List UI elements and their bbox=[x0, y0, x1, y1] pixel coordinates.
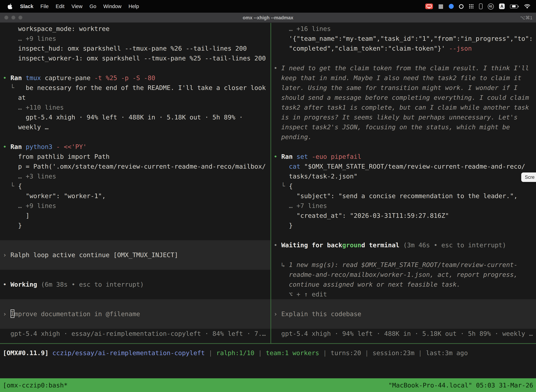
text-segment: › bbox=[274, 310, 281, 317]
text-segment: d terminal bbox=[361, 241, 403, 249]
waiting-status-line: • Waiting for background terminal (3m 46… bbox=[271, 240, 536, 250]
terminal-line: … +110 lines bbox=[0, 103, 270, 112]
text-segment: › bbox=[3, 251, 10, 258]
menu-item-view[interactable]: View bbox=[68, 0, 86, 13]
text-segment: • bbox=[3, 281, 10, 288]
text-segment: › bbox=[3, 310, 10, 317]
text-segment: cat bbox=[274, 163, 304, 170]
terminal-line: "subject": "send a concise recommendatio… bbox=[271, 191, 536, 201]
terminal-line: └ { bbox=[0, 181, 270, 191]
device-phone-icon[interactable] bbox=[479, 4, 483, 9]
terminal-line bbox=[0, 299, 270, 309]
text-segment: (6m 38s • esc to interrupt) bbox=[41, 281, 144, 288]
ring-app-icon[interactable] bbox=[459, 4, 464, 9]
suggestion-prompt-line[interactable]: › Explain this codebase bbox=[271, 309, 536, 319]
menu-item-help[interactable]: Help bbox=[125, 0, 143, 13]
menu-item-go[interactable]: Go bbox=[86, 0, 100, 13]
text-segment: └ bbox=[3, 84, 26, 91]
terminal-line: ] bbox=[0, 211, 270, 221]
text-segment: cczip/essay/ai-reimplementation-copyleft bbox=[53, 349, 205, 356]
terminal-line: later. Using the same for transition mig… bbox=[271, 83, 536, 93]
window-title-bar[interactable]: omx --xhigh --madmax ⌥⌘1 bbox=[0, 13, 536, 23]
window-grid-icon[interactable]: ▦ bbox=[438, 4, 444, 9]
terminal-line bbox=[0, 240, 270, 250]
terminal-line: } bbox=[0, 221, 270, 230]
menu-item-file[interactable]: File bbox=[37, 0, 52, 13]
text-segment: "completed","claim_token":"claim-token"}… bbox=[274, 45, 449, 52]
text-segment: set bbox=[297, 153, 312, 160]
minimize-button[interactable] bbox=[11, 15, 15, 20]
terminal-line: at bbox=[0, 93, 270, 103]
ran-tmux-capture-line: • Ran tmux capture-pane -t %25 -p -S -80 bbox=[0, 73, 270, 83]
text-segment: Working bbox=[10, 281, 41, 288]
text-segment: (3m 46s • esc to interrupt) bbox=[403, 241, 506, 249]
text-segment: tmux bbox=[26, 74, 45, 81]
tmux-pane-right[interactable]: … +16 lines '{"team_name":"my-team","tas… bbox=[271, 23, 536, 343]
terminal-line: … +9 lines bbox=[0, 34, 270, 44]
menu-bar: SlackFileEditViewGoWindowHelp ▦61A bbox=[0, 0, 536, 13]
tmux-host-clock: "MacBook-Pro-44.local" 05:03 31-Mar-26 bbox=[388, 382, 533, 389]
text-segment: continue assigned work or next feasible … bbox=[274, 281, 460, 288]
text-segment: { bbox=[18, 182, 22, 190]
app-launcher-dots-icon[interactable] bbox=[469, 4, 474, 9]
terminal-line bbox=[271, 250, 536, 260]
text-segment: should send a message before completing … bbox=[274, 94, 529, 101]
text-segment: … +9 lines bbox=[3, 202, 56, 209]
menu-item-window[interactable]: Window bbox=[100, 0, 125, 13]
text-segment: pending. bbox=[274, 133, 312, 140]
text-segment: workspace_mode: worktree bbox=[3, 25, 110, 32]
text-segment: … +110 lines bbox=[3, 104, 64, 111]
terminal-line: weekly … bbox=[0, 122, 270, 132]
blue-app-icon[interactable] bbox=[449, 4, 454, 9]
text-segment: } bbox=[274, 222, 293, 229]
terminal-line: gpt-5.4 xhigh · 94% left · 488K in · 5.1… bbox=[0, 112, 270, 122]
terminal-line: } bbox=[271, 221, 536, 230]
ran-set-line: • Ran set -euo pipefail bbox=[271, 152, 536, 162]
composer-input-line[interactable]: › Improve documentation in @filename bbox=[0, 309, 270, 319]
terminal-line: "completed","claim_token":"claim-token"}… bbox=[271, 44, 536, 53]
text-segment: team:1 workers bbox=[266, 349, 319, 356]
text-segment: last:3m ago bbox=[426, 349, 468, 356]
text-segment: -euo pipefail bbox=[312, 153, 361, 160]
text-segment: task2 after task1 is complete, but can I… bbox=[274, 104, 529, 111]
text-segment: | bbox=[319, 349, 330, 356]
zoom-button[interactable] bbox=[18, 15, 23, 20]
text-segment: └ bbox=[274, 182, 289, 190]
close-button[interactable] bbox=[4, 15, 9, 20]
battery-percentage-icon[interactable]: 61 bbox=[488, 3, 494, 9]
text-segment: mprove documentation in @filename bbox=[14, 310, 140, 317]
text-segment: p = Path('.omx/state/team/review-current… bbox=[3, 163, 266, 170]
tmux-pane-left[interactable]: workspace_mode: worktree … +9 lines insp… bbox=[0, 23, 270, 343]
text-segment: ralph:1/10 bbox=[216, 349, 254, 356]
terminal-line bbox=[0, 260, 270, 270]
input-source-icon[interactable]: A bbox=[499, 4, 505, 9]
menu-item-slack[interactable]: Slack bbox=[17, 0, 37, 13]
text-segment: --json bbox=[449, 45, 472, 52]
terminal-line bbox=[0, 63, 270, 73]
terminal-line: should send a message before completing … bbox=[271, 93, 536, 103]
window-shortcut: ⌥⌘1 bbox=[520, 15, 532, 20]
text-segment: Ran bbox=[10, 74, 26, 81]
terminal-line: inspect_worker-1: omx sparkshell --tmux-… bbox=[0, 53, 270, 63]
terminal-line bbox=[0, 230, 270, 240]
window-title: omx --xhigh --madmax bbox=[0, 15, 536, 20]
menu-bar-status-icons: ▦61A bbox=[425, 3, 536, 9]
text-segment: I bbox=[10, 309, 14, 318]
text-segment: • bbox=[274, 241, 281, 249]
terminal-line bbox=[0, 270, 270, 280]
text-segment: • bbox=[274, 153, 281, 160]
text-segment: readme-and-reco/mailbox/worker-1.json, a… bbox=[274, 271, 517, 278]
menu-item-edit[interactable]: Edit bbox=[52, 0, 68, 13]
wifi-icon[interactable] bbox=[524, 4, 530, 9]
text-segment: ⌥ + ↑ edit bbox=[274, 290, 327, 298]
terminal-line: ⌥ + ↑ edit bbox=[271, 289, 536, 299]
apple-menu-icon[interactable] bbox=[6, 4, 14, 9]
text-segment: { bbox=[289, 182, 293, 190]
terminal-line bbox=[0, 319, 270, 329]
battery-icon[interactable] bbox=[510, 5, 518, 8]
inject-status-line[interactable]: › Ralph loop active continue [OMX_TMUX_I… bbox=[0, 250, 270, 260]
traffic-lights bbox=[4, 15, 23, 20]
terminal-line: "created_at": "2026-03-31T11:59:27.816Z" bbox=[271, 211, 536, 221]
screen-recording-icon[interactable] bbox=[425, 4, 433, 9]
terminal-line: keep that in mind. Maybe I also need the… bbox=[271, 73, 536, 83]
